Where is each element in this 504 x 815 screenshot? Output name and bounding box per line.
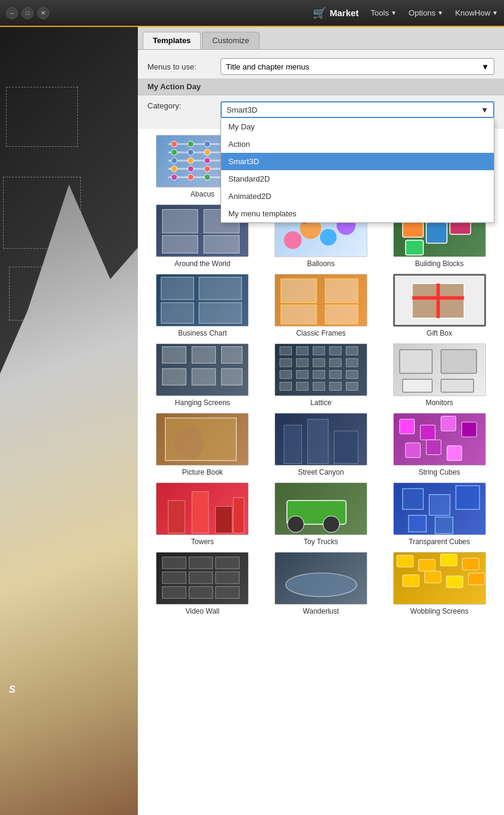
knowhow-menu[interactable]: KnowHow ▼: [455, 8, 498, 17]
thumb-item-wanderlust[interactable]: Wanderlust: [265, 552, 378, 615]
category-option-smart3d[interactable]: Smart3D: [221, 153, 494, 170]
tab-templates-label: Templates: [153, 36, 191, 45]
category-option-animated2d[interactable]: Animated2D: [221, 188, 494, 205]
thumb-image-video-wall: [156, 552, 249, 605]
thumb-item-lattice[interactable]: Lattice: [265, 343, 378, 407]
thumb-item-gift-box[interactable]: Gift Box: [383, 274, 496, 337]
content-panel: Templates Customize Menus to use: Title …: [138, 27, 504, 815]
svg-rect-113: [189, 557, 213, 569]
svg-point-22: [188, 174, 194, 180]
svg-rect-99: [446, 446, 461, 461]
svg-rect-86: [402, 379, 431, 393]
svg-rect-50: [199, 303, 242, 324]
thumb-label-string-cubes: String Cubes: [418, 468, 460, 476]
main-area: S Templates Customize Menus to use: Titl…: [0, 27, 504, 815]
svg-rect-112: [162, 557, 186, 569]
thumb-item-hanging-screens[interactable]: Hanging Screens: [146, 343, 259, 407]
category-dropdown-trigger[interactable]: Smart3D ▼: [221, 101, 494, 118]
thumb-image-string-cubes: [393, 413, 486, 466]
svg-point-11: [171, 158, 177, 164]
svg-rect-122: [397, 556, 414, 568]
svg-rect-70: [297, 358, 309, 367]
tab-templates[interactable]: Templates: [143, 32, 201, 49]
thumb-label-building-blocks: Building Blocks: [415, 259, 463, 268]
thumb-item-string-cubes[interactable]: String Cubes: [383, 413, 496, 476]
thumb-item-toy-trucks[interactable]: Toy Trucks: [265, 482, 378, 546]
thumb-item-business-chart[interactable]: Business Chart: [146, 274, 259, 337]
svg-point-17: [188, 166, 194, 172]
category-selected-value: Smart3D: [227, 105, 257, 114]
svg-point-16: [171, 166, 177, 172]
thumb-image-business-chart: [156, 274, 249, 327]
close-button[interactable]: ✕: [37, 7, 49, 19]
dashed-selection-box-1: [6, 87, 78, 147]
svg-rect-127: [424, 571, 441, 583]
svg-rect-62: [192, 369, 216, 385]
svg-rect-58: [162, 347, 186, 364]
svg-point-121: [286, 573, 357, 596]
svg-rect-90: [284, 425, 302, 463]
tools-menu[interactable]: Tools ▼: [371, 8, 397, 17]
action-day-title: My Action Day: [147, 82, 201, 91]
svg-rect-77: [330, 370, 342, 379]
svg-rect-93: [400, 419, 415, 434]
category-option-action[interactable]: Action: [221, 135, 494, 153]
menus-select[interactable]: Title and chapter menus ▼: [221, 58, 494, 75]
thumb-image-picture-book: [156, 413, 249, 466]
thumb-image-lattice: [274, 343, 367, 396]
tab-customize-label: Customize: [212, 36, 249, 45]
menus-to-use-row: Menus to use: Title and chapter menus ▼: [147, 58, 494, 75]
svg-rect-36: [162, 236, 198, 253]
svg-rect-117: [216, 572, 239, 584]
thumb-item-picture-book[interactable]: Picture Book: [146, 413, 259, 476]
market-icon: 🛒: [313, 7, 326, 20]
thumb-label-street-canyon: Street Canyon: [298, 468, 344, 476]
thumb-label-gift-box: Gift Box: [427, 329, 452, 337]
thumb-item-classic-frames[interactable]: Classic Frames: [265, 274, 378, 337]
thumb-item-transparent-cubes[interactable]: Transparent Cubes: [383, 482, 496, 546]
svg-rect-82: [330, 382, 342, 391]
category-option-my-day[interactable]: My Day: [221, 118, 494, 135]
menus-select-value: Title and chapter menus: [226, 62, 309, 71]
category-option-my-menu-templates[interactable]: My menu templates: [221, 205, 494, 222]
scene-sidebar: S: [0, 27, 138, 815]
thumb-item-towers[interactable]: Towers: [146, 482, 259, 546]
svg-rect-98: [426, 440, 441, 455]
maximize-button[interactable]: □: [22, 7, 34, 19]
thumb-image-monitors: [393, 343, 486, 396]
thumb-label-picture-book: Picture Book: [182, 468, 223, 476]
options-menu[interactable]: Options ▼: [409, 8, 443, 17]
thumb-label-towers: Towers: [191, 538, 214, 546]
svg-point-106: [323, 516, 340, 533]
svg-rect-126: [402, 575, 419, 587]
thumb-label-video-wall: Video Wall: [185, 607, 219, 615]
thumb-label-around-world: Around the World: [174, 259, 230, 268]
svg-rect-118: [162, 587, 186, 599]
svg-rect-73: [346, 358, 358, 367]
thumb-item-wobbling-screens[interactable]: Wobbling Screens: [383, 552, 496, 615]
svg-point-38: [284, 231, 302, 249]
tools-arrow-icon: ▼: [391, 10, 397, 16]
category-option-standard2d[interactable]: Standard2D: [221, 170, 494, 188]
svg-rect-114: [216, 557, 239, 569]
svg-rect-108: [429, 494, 450, 515]
svg-rect-49: [161, 303, 194, 324]
svg-point-12: [188, 158, 194, 164]
scene-background: S: [0, 27, 138, 815]
svg-rect-65: [297, 347, 309, 355]
title-input-bar: My Action Day: [138, 79, 504, 95]
svg-rect-111: [435, 517, 453, 534]
thumb-item-street-canyon[interactable]: Street Canyon: [265, 413, 378, 476]
svg-rect-47: [161, 277, 194, 300]
thumb-item-monitors[interactable]: Monitors: [383, 343, 496, 407]
svg-rect-100: [168, 500, 185, 533]
svg-rect-79: [280, 382, 292, 391]
svg-point-7: [188, 149, 194, 155]
svg-rect-123: [418, 559, 435, 571]
minimize-button[interactable]: –: [6, 7, 18, 19]
svg-rect-67: [330, 347, 342, 355]
tab-customize[interactable]: Customize: [202, 32, 259, 49]
window-controls[interactable]: – □ ✕: [6, 7, 49, 19]
thumb-item-video-wall[interactable]: Video Wall: [146, 552, 259, 615]
svg-rect-95: [441, 416, 456, 431]
